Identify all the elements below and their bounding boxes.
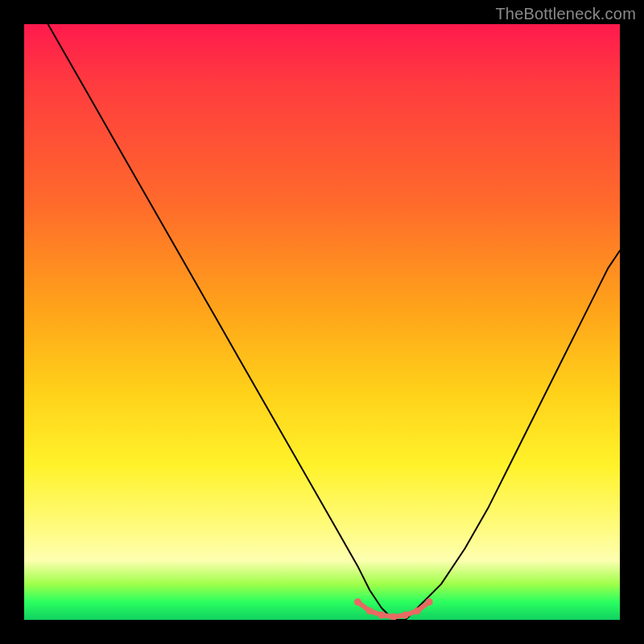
accent-dot xyxy=(426,598,433,605)
watermark-text: TheBottleneck.com xyxy=(495,5,636,23)
accent-dot xyxy=(354,598,361,605)
accent-dot xyxy=(378,612,386,619)
accent-dot xyxy=(414,607,421,614)
chart-overlay xyxy=(24,24,620,620)
bottleneck-curve xyxy=(48,24,620,620)
plot-area xyxy=(24,24,620,620)
chart-frame: TheBottleneck.com xyxy=(0,0,644,644)
accent-dot xyxy=(366,607,374,614)
accent-dot xyxy=(402,612,409,619)
accent-bottom-segment xyxy=(354,598,433,620)
